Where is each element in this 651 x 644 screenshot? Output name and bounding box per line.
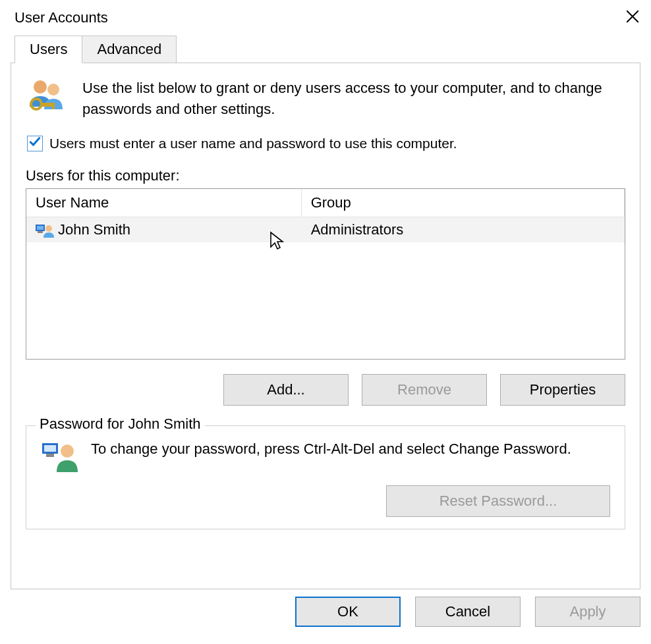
password-groupbox-legend: Password for John Smith [36,416,205,433]
tab-advanced[interactable]: Advanced [82,36,177,63]
close-icon [626,10,639,26]
users-key-icon [26,78,68,115]
svg-rect-6 [37,226,43,230]
svg-point-8 [45,225,52,232]
close-button[interactable] [614,3,651,32]
svg-rect-11 [46,454,54,457]
svg-rect-7 [38,231,43,233]
users-listbox[interactable]: User Name Group John Smith [26,188,625,360]
column-group[interactable]: Group [302,189,625,217]
user-icon [36,222,54,238]
remove-button[interactable]: Remove [362,374,487,406]
table-row[interactable]: John Smith Administrators [26,217,625,242]
window-title: User Accounts [14,9,108,26]
checkmark-icon [28,135,42,151]
svg-rect-10 [44,445,56,452]
reset-password-button[interactable]: Reset Password... [386,485,610,517]
column-username[interactable]: User Name [26,189,302,217]
apply-button[interactable]: Apply [535,597,640,627]
password-instructions: To change your password, press Ctrl-Alt-… [91,439,571,460]
svg-point-1 [47,84,59,95]
cancel-button[interactable]: Cancel [415,597,521,627]
user-name-cell: John Smith [58,221,130,238]
tab-users[interactable]: Users [14,36,82,63]
users-list-label: Users for this computer: [26,167,625,184]
require-password-checkbox[interactable] [27,136,43,151]
svg-point-12 [61,444,74,458]
require-password-label: Users must enter a user name and passwor… [49,136,457,151]
users-list-header: User Name Group [26,189,625,217]
intro-text: Use the list below to grant or deny user… [82,78,625,120]
user-group-cell: Administrators [311,221,404,238]
add-button[interactable]: Add... [223,374,349,406]
svg-rect-4 [52,103,55,109]
svg-point-0 [34,80,47,94]
ok-button[interactable]: OK [295,597,401,627]
password-user-icon [41,439,79,475]
properties-button[interactable]: Properties [500,374,625,406]
